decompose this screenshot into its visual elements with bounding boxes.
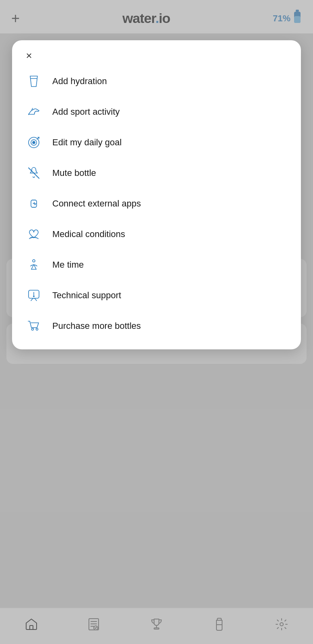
modal-close-area: ×	[12, 48, 301, 66]
svg-point-24	[33, 141, 35, 144]
bell-off-icon	[25, 164, 43, 182]
glass-icon	[25, 72, 43, 90]
close-button[interactable]: ×	[22, 48, 36, 63]
menu-item-purchase[interactable]: Purchase more bottles	[12, 311, 301, 341]
action-menu-modal: × Add hydration Add sport activity	[12, 40, 301, 349]
menu-label-purchase: Purchase more bottles	[52, 321, 141, 331]
menu-item-medical[interactable]: Medical conditions	[12, 219, 301, 250]
menu-label-connect-apps: Connect external apps	[52, 198, 141, 209]
menu-item-edit-goal[interactable]: Edit my daily goal	[12, 127, 301, 158]
chat-exclaim-icon	[25, 287, 43, 304]
watch-icon	[25, 195, 43, 213]
menu-item-add-sport[interactable]: Add sport activity	[12, 97, 301, 127]
menu-label-me-time: Me time	[52, 260, 84, 270]
menu-label-tech-support: Technical support	[52, 290, 121, 301]
menu-item-connect-apps[interactable]: Connect external apps	[12, 188, 301, 219]
menu-item-mute-bottle[interactable]: Mute bottle	[12, 158, 301, 188]
menu-label-edit-goal: Edit my daily goal	[52, 137, 121, 148]
menu-label-add-sport: Add sport activity	[52, 107, 120, 117]
menu-item-me-time[interactable]: Me time	[12, 250, 301, 280]
menu-item-tech-support[interactable]: Technical support	[12, 280, 301, 311]
svg-point-36	[33, 296, 34, 297]
shoe-icon	[25, 103, 43, 121]
cart-icon	[25, 317, 43, 335]
meditation-icon	[25, 256, 43, 274]
svg-point-32	[33, 260, 35, 262]
svg-point-37	[32, 328, 34, 330]
target-icon	[25, 134, 43, 151]
menu-item-add-hydration[interactable]: Add hydration	[12, 66, 301, 97]
menu-label-mute-bottle: Mute bottle	[52, 168, 96, 178]
svg-point-38	[36, 328, 38, 330]
menu-label-add-hydration: Add hydration	[52, 76, 107, 87]
menu-label-medical: Medical conditions	[52, 229, 125, 239]
heart-hand-icon	[25, 225, 43, 243]
